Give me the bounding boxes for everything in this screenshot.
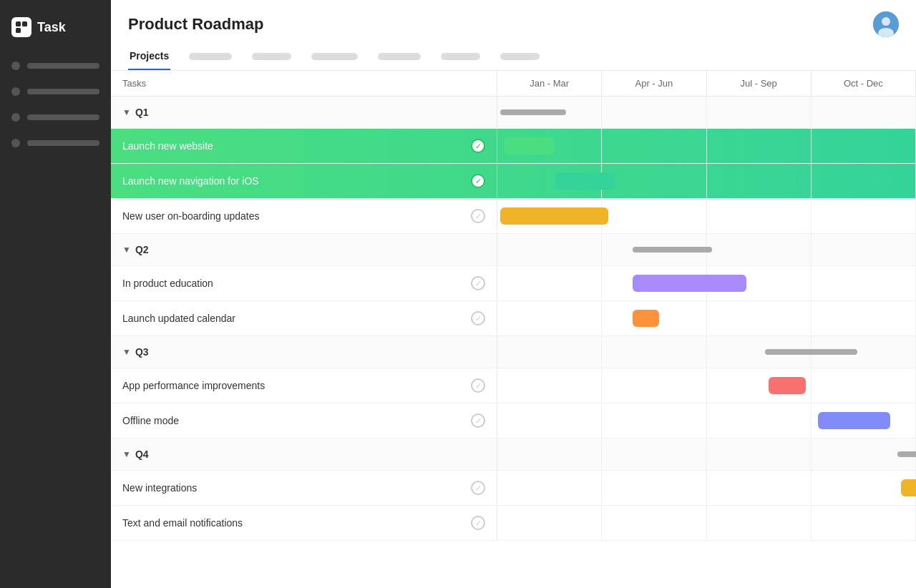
gantt-bar[interactable] — [504, 137, 554, 155]
sidebar-item-3[interactable] — [0, 106, 111, 129]
quarter-bg-2 — [707, 438, 812, 470]
quarter-bg-1 — [602, 129, 706, 163]
quarter-bg-1 — [602, 368, 706, 403]
chevron-icon: ▼ — [122, 347, 131, 357]
q1-header: Jan - Mar — [497, 71, 602, 96]
task-row-1[interactable]: Launch new website✓ — [111, 129, 916, 164]
sidebar-item-2[interactable] — [0, 80, 111, 103]
quarter-bg-1 — [602, 164, 706, 198]
gantt-bar[interactable] — [818, 412, 891, 429]
quarter-bg-1 — [602, 336, 706, 368]
group-label: ▼Q1 — [122, 107, 149, 118]
quarter-backgrounds — [497, 301, 916, 335]
tab-4[interactable] — [310, 46, 359, 70]
task-name: New user on-boarding updates — [122, 210, 465, 222]
sidebar-item-4[interactable] — [0, 132, 111, 155]
check-icon[interactable]: ✓ — [471, 516, 485, 530]
task-row-5[interactable]: In product education✓ — [111, 266, 916, 301]
app-logo[interactable]: Task — [0, 11, 111, 52]
check-icon[interactable]: ✓ — [471, 209, 485, 223]
tab-5[interactable] — [376, 46, 422, 70]
tab-7[interactable] — [499, 46, 541, 70]
task-cell: Launch new navigation for iOS✓ — [111, 164, 497, 198]
quarter-bg-3 — [812, 301, 916, 335]
sidebar-dot-4 — [11, 139, 20, 147]
gantt-bar[interactable] — [633, 247, 712, 253]
quarter-headers: Jan - Mar Apr - Jun Jul - Sep Oct - Dec — [497, 71, 916, 96]
check-icon[interactable]: ✓ — [471, 413, 485, 428]
quarter-bg-3 — [812, 129, 916, 163]
gantt-bar[interactable] — [897, 451, 916, 457]
gantt-bars — [497, 506, 916, 540]
quarter-backgrounds — [497, 129, 916, 163]
group-name: Q4 — [135, 449, 149, 460]
quarter-bg-3 — [812, 234, 916, 265]
gantt-bar[interactable] — [633, 310, 659, 327]
svg-rect-0 — [16, 21, 21, 26]
gantt-bars — [497, 97, 916, 128]
task-row-6[interactable]: Launch updated calendar✓ — [111, 301, 916, 336]
task-cell: ▼Q4 — [111, 438, 497, 470]
quarter-bg-1 — [602, 403, 706, 438]
group-row-Q4[interactable]: ▼Q4 — [111, 438, 916, 471]
gantt-header: Tasks Jan - Mar Apr - Jun Jul - Sep Oct … — [111, 71, 916, 97]
group-label: ▼Q3 — [122, 346, 149, 358]
tab-projects[interactable]: Projects — [128, 46, 170, 70]
quarter-bg-2 — [707, 403, 812, 438]
task-row-3[interactable]: New user on-boarding updates✓ — [111, 199, 916, 234]
quarter-backgrounds — [497, 438, 916, 470]
task-name: App performance improvements — [122, 380, 465, 391]
check-icon[interactable]: ✓ — [471, 276, 485, 290]
quarter-bg-0 — [497, 301, 602, 335]
task-row-11[interactable]: New integrations✓ — [111, 471, 916, 506]
gantt-bar[interactable] — [765, 349, 858, 355]
quarter-bg-1 — [602, 506, 706, 540]
gantt-bar[interactable] — [633, 275, 746, 292]
task-cell: ▼Q2 — [111, 234, 497, 265]
quarter-backgrounds — [497, 506, 916, 540]
gantt-bars — [497, 368, 916, 403]
quarter-bg-3 — [812, 471, 916, 505]
task-row-2[interactable]: Launch new navigation for iOS✓ — [111, 164, 916, 199]
quarter-bg-1 — [602, 97, 706, 128]
tab-3[interactable] — [250, 46, 293, 70]
quarter-bg-2 — [707, 164, 812, 198]
task-name: In product education — [122, 278, 465, 289]
gantt-body: ▼Q1Launch new website✓Launch new navigat… — [111, 97, 916, 588]
task-cell: Launch updated calendar✓ — [111, 301, 497, 335]
group-row-Q3[interactable]: ▼Q3 — [111, 336, 916, 368]
task-name: Text and email notifications — [122, 517, 465, 529]
gantt-bar[interactable] — [500, 109, 567, 115]
quarter-bg-2 — [707, 506, 812, 540]
tab-2[interactable] — [187, 46, 233, 70]
quarter-bg-2 — [707, 234, 812, 265]
task-cell: Offline mode✓ — [111, 403, 497, 438]
tab-6[interactable] — [439, 46, 482, 70]
task-row-8[interactable]: App performance improvements✓ — [111, 368, 916, 403]
check-icon[interactable]: ✓ — [471, 174, 485, 188]
group-row-Q1[interactable]: ▼Q1 — [111, 97, 916, 129]
check-icon[interactable]: ✓ — [471, 139, 485, 153]
sidebar-item-1[interactable] — [0, 54, 111, 77]
gantt-bar[interactable] — [901, 479, 916, 496]
check-icon[interactable]: ✓ — [471, 378, 485, 393]
group-name: Q3 — [135, 346, 149, 358]
check-icon[interactable]: ✓ — [471, 481, 485, 495]
task-row-9[interactable]: Offline mode✓ — [111, 403, 916, 438]
group-row-Q2[interactable]: ▼Q2 — [111, 234, 916, 266]
quarter-bg-2 — [707, 199, 812, 233]
quarter-bg-3 — [812, 199, 916, 233]
avatar[interactable] — [873, 11, 899, 37]
task-row-12[interactable]: Text and email notifications✓ — [111, 506, 916, 541]
gantt-bars — [497, 129, 916, 163]
q2-header: Apr - Jun — [602, 71, 706, 96]
gantt-bar[interactable] — [555, 172, 615, 190]
gantt-bars — [497, 438, 916, 470]
quarter-bg-0 — [497, 506, 602, 540]
gantt-bar[interactable] — [500, 207, 609, 225]
task-cell: App performance improvements✓ — [111, 368, 497, 403]
quarter-bg-1 — [602, 199, 706, 233]
check-icon[interactable]: ✓ — [471, 311, 485, 325]
gantt-bar[interactable] — [769, 377, 806, 394]
task-name: Launch new website — [122, 140, 465, 152]
